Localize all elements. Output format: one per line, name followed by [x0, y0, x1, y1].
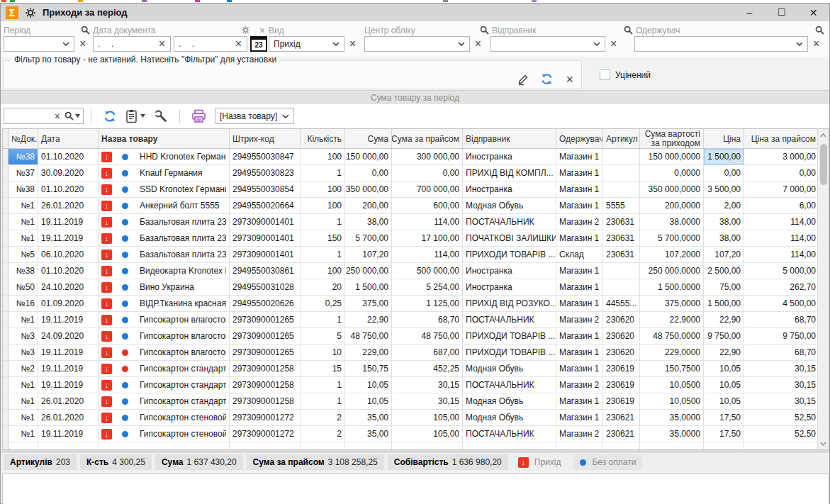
qty-cell[interactable]: 10: [301, 345, 345, 360]
kind-combobox[interactable]: Прихід: [269, 36, 344, 52]
qty-cell[interactable]: [301, 442, 345, 450]
date-cell[interactable]: 19.11.2019: [38, 361, 99, 376]
date-cell[interactable]: 19.11.2019: [38, 230, 99, 246]
barcode-cell[interactable]: 2973090001265: [230, 328, 301, 344]
cost-cell[interactable]: [640, 442, 704, 450]
date-cell[interactable]: 01.09.2020: [38, 296, 99, 311]
column-header-doc[interactable]: №Док.: [9, 129, 38, 148]
doc-number-cell[interactable]: [9, 442, 38, 450]
sender-cell[interactable]: ПРИХОДИ ТОВАРІВ ...: [463, 328, 556, 344]
qty-cell[interactable]: 1: [301, 165, 345, 181]
article-cell[interactable]: 230621: [603, 426, 640, 442]
row-indicator[interactable]: [3, 165, 9, 181]
scrollbar-thumb[interactable]: [820, 144, 827, 185]
price-cell[interactable]: 2 500,00: [704, 263, 744, 279]
qty-cell[interactable]: 0,25: [301, 296, 345, 311]
sender-cell[interactable]: ПОСТАЧАЛЬНИК: [463, 214, 556, 230]
barcode-cell[interactable]: 2973090001401: [230, 230, 301, 246]
price-cell[interactable]: 10,05: [704, 393, 744, 409]
date-gear-icon[interactable]: [241, 26, 250, 35]
doc-number-cell[interactable]: №38: [9, 149, 38, 164]
barcode-cell[interactable]: [230, 442, 301, 450]
article-cell[interactable]: 230631: [603, 247, 640, 262]
receiver-cell[interactable]: Магазин 1: [556, 230, 603, 246]
product-cell[interactable]: ↓ Анкерний болт 5555: [99, 198, 230, 213]
cost-cell[interactable]: 107,2000: [640, 247, 704, 262]
price-cell[interactable]: 17,50: [704, 410, 744, 425]
article-cell[interactable]: 230631: [603, 214, 640, 230]
receiver-cell[interactable]: Магазин 1: [556, 263, 603, 279]
price-cell[interactable]: [704, 442, 744, 450]
date-cell[interactable]: 01.10.2020: [38, 181, 99, 197]
sum-cell[interactable]: 10,05: [345, 377, 392, 393]
price-cell[interactable]: 10,05: [704, 377, 744, 393]
group-by-combobox[interactable]: [Назва товару]: [215, 108, 294, 124]
sender-cell[interactable]: ПОЧАТКОВІ ЗАЛИШКИ: [463, 230, 556, 246]
doc-number-cell[interactable]: №5: [9, 247, 38, 262]
sender-cell[interactable]: Модная Обувь: [463, 361, 556, 376]
sum-price-cell[interactable]: 500 000,00: [392, 263, 463, 279]
column-header-receiver[interactable]: Одержувач: [556, 129, 603, 148]
price-list-cell[interactable]: 30,15: [744, 361, 819, 376]
product-cell[interactable]: ↓ ВІДР.Тканина красная ...: [99, 296, 230, 311]
kind-clear-icon[interactable]: ×: [347, 38, 358, 50]
vertical-scrollbar[interactable]: [817, 129, 829, 449]
cost-cell[interactable]: 150 000,0000: [640, 149, 704, 164]
cost-cell[interactable]: 0,0000: [640, 165, 704, 181]
product-cell[interactable]: ↓ Гипсокартон влагостой...: [99, 312, 230, 327]
price-list-cell[interactable]: 30,15: [744, 377, 819, 393]
price-list-cell[interactable]: 52,50: [744, 426, 819, 442]
qty-cell[interactable]: 2: [301, 410, 345, 425]
edit-pencil-icon[interactable]: [517, 72, 530, 86]
date-cell[interactable]: 26.01.2020: [38, 410, 99, 425]
sum-price-cell[interactable]: 0,00: [392, 165, 463, 181]
article-cell[interactable]: 230619: [603, 393, 640, 409]
date-from-clear-icon[interactable]: ×: [157, 38, 167, 50]
date-cell[interactable]: 19.11.2019: [38, 312, 99, 327]
product-cell[interactable]: ↓ HHD Kronotex Германия: [99, 149, 230, 164]
settings-wrench-icon[interactable]: [150, 109, 172, 123]
price-cell[interactable]: 10,05: [704, 361, 744, 376]
doc-number-cell[interactable]: №1: [9, 426, 38, 442]
qty-cell[interactable]: 100: [301, 181, 345, 197]
sender-cell[interactable]: Модная Обувь: [463, 410, 556, 425]
doc-number-cell[interactable]: №3: [9, 345, 38, 360]
sum-cell[interactable]: 229,00: [345, 345, 392, 360]
price-cell[interactable]: 3 500,00: [704, 181, 744, 197]
product-cell[interactable]: ↓ Базальтовая плита 230...: [99, 230, 230, 246]
sum-price-cell[interactable]: 114,00: [392, 247, 463, 262]
center-combobox[interactable]: [364, 36, 470, 52]
search-icon[interactable]: [65, 111, 80, 121]
cost-cell[interactable]: 375,0000: [640, 296, 704, 311]
product-cell[interactable]: ↓ Гипсокартон стеновой 2...: [99, 410, 230, 425]
sender-cell[interactable]: Иностранка: [463, 279, 556, 295]
barcode-cell[interactable]: 2949550031028: [230, 279, 301, 295]
doc-number-cell[interactable]: №1: [9, 377, 38, 393]
sum-cell[interactable]: 38,00: [345, 214, 392, 230]
price-cell[interactable]: 38,00: [704, 230, 744, 246]
price-cell[interactable]: 1 500,00: [704, 296, 744, 311]
row-indicator[interactable]: [3, 296, 9, 311]
price-cell[interactable]: 1 500,00: [704, 149, 744, 164]
date-to-clear-icon[interactable]: ×: [233, 38, 244, 50]
price-cell[interactable]: 17,50: [704, 426, 744, 442]
column-header-date[interactable]: Дата: [38, 129, 99, 148]
cost-cell[interactable]: 22,9000: [640, 312, 704, 327]
receiver-cell[interactable]: Магазин 1: [556, 393, 603, 409]
sender-cell[interactable]: ПОСТАЧАЛЬНИК: [463, 426, 556, 442]
cost-cell[interactable]: 35,0000: [640, 426, 704, 442]
date-cell[interactable]: 24.09.2020: [38, 328, 99, 344]
product-cell[interactable]: ↓ Гипсокартон стандарт 2...: [99, 393, 230, 409]
article-cell[interactable]: 230619: [603, 377, 640, 393]
note-area[interactable]: [2, 474, 829, 504]
sum-cell[interactable]: 375,00: [345, 296, 392, 311]
column-header-barcode[interactable]: Штрих-код: [230, 129, 301, 148]
sum-cell[interactable]: 150,75: [345, 361, 392, 376]
date-to-input[interactable]: . . ×: [174, 36, 247, 52]
row-indicator[interactable]: [3, 361, 9, 376]
receiver-cell[interactable]: Магазин 1: [556, 296, 603, 311]
sum-cell[interactable]: 35,00: [345, 410, 392, 425]
cost-cell[interactable]: 35,0000: [640, 410, 704, 425]
date-cell[interactable]: 01.10.2020: [38, 149, 99, 164]
receiver-cell[interactable]: Магазин 1: [556, 361, 603, 376]
